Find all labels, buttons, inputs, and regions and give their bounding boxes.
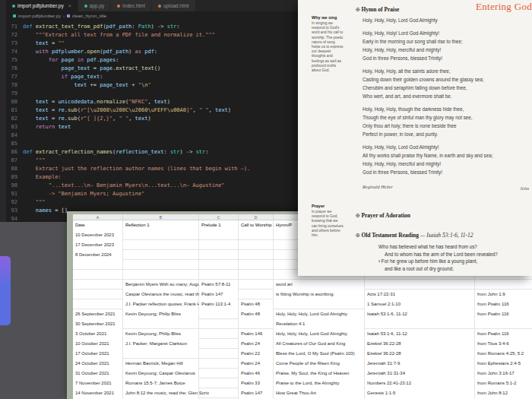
sheet-cell[interactable]: from John 3:16-17 (475, 369, 532, 378)
sheet-cell[interactable]: from Psalm 116 (475, 309, 532, 319)
sheet-cell[interactable]: Genesis 1:1-5 (365, 388, 475, 398)
sheet-cell[interactable] (123, 240, 199, 250)
sheet-cell[interactable]: Jeremiah 31:31-34 (365, 369, 475, 378)
sheet-cell[interactable]: Praise to the Lord, the Almighty (274, 378, 365, 388)
editor-tab[interactable]: app.py (78, 0, 112, 11)
sheet-cell[interactable] (475, 280, 532, 290)
header-cell[interactable]: Date (73, 220, 123, 230)
sheet-cell[interactable] (73, 290, 123, 299)
sheet-cell[interactable]: Kevin Deyoung; Caspar Olevianus (123, 369, 199, 378)
sheet-cell[interactable] (239, 290, 274, 299)
code-line[interactable]: 81 text = re.sub(r"[\u2008\u200C\u2060\u… (6, 106, 298, 115)
breadcrumb-file[interactable]: import pdfplumber.py (18, 14, 61, 18)
sheet-cell[interactable]: All Creatures of Our God and King (274, 339, 365, 349)
sheet-cell[interactable] (274, 299, 365, 309)
sheet-cell[interactable]: from Ephesians 2:4-5 (475, 359, 532, 369)
sheet-cell[interactable] (365, 319, 475, 329)
sheet-cell[interactable]: 8 December 2024 (73, 250, 123, 260)
sheet-cell[interactable] (123, 270, 199, 280)
sheet-cell[interactable]: Ezekiel 36:22-28 (365, 349, 475, 359)
sheet-cell[interactable]: Herman Bavinck; Megan Hill (123, 359, 199, 369)
sheet-cell[interactable]: Ezekiel 36:22-28 (365, 339, 475, 349)
column-letter[interactable]: D (239, 214, 274, 220)
sheet-cell[interactable]: Isaiah 53:1-6, 11-12 (365, 309, 475, 319)
sheet-cell[interactable]: word art (274, 280, 365, 290)
sheet-cell[interactable]: Numbers 22:41-23:12 (365, 378, 475, 388)
sheet-cell[interactable]: from John 1:9 (475, 290, 532, 299)
sheet-cell[interactable] (73, 299, 123, 309)
sheet-cell[interactable]: 7 November 2021 (73, 378, 123, 388)
sheet-cell[interactable]: Psalm 33 (239, 378, 274, 388)
sheet-cell[interactable]: Isaiah 53:1-6, 11-12 (365, 329, 475, 339)
close-icon[interactable]: × (68, 3, 71, 8)
code-line[interactable]: 78 text += page_text + "\n" (6, 81, 298, 90)
sheet-cell[interactable]: Holy, Holy, Holy, Lord God Almighty (274, 309, 365, 319)
sheet-cell[interactable]: Holy, Holy, Holy, Lord God Almighty (274, 329, 365, 339)
code-line[interactable]: 88 Extract just the reflection author na… (6, 165, 298, 173)
sheet-cell[interactable] (199, 388, 239, 398)
sheet-cell[interactable]: Psalm 48 (239, 299, 274, 309)
code-line[interactable]: 86def extract_reflection_names(reflectio… (6, 148, 298, 157)
sheet-cell[interactable]: from Titus 3:4-6 (475, 339, 532, 349)
sheet-cell[interactable]: John 8:12 the music, read the; Glen Scri… (123, 388, 199, 398)
code-line[interactable]: 71def extract_text_from_pdf(pdf_path: Pa… (6, 23, 298, 31)
sheet-cell[interactable] (239, 280, 274, 290)
sheet-cell[interactable]: 17 October 2021 (73, 349, 123, 359)
sheet-cell[interactable]: from Psalm 116 (475, 329, 532, 339)
sheet-cell[interactable]: Acts 17:22-31 (365, 290, 475, 299)
sheet-cell[interactable] (73, 260, 123, 270)
sheet-cell[interactable] (239, 260, 274, 270)
sheet-cell[interactable] (73, 280, 123, 290)
sheet-cell[interactable]: from John 8:12 (475, 388, 532, 398)
sheet-cell[interactable] (73, 270, 123, 280)
sheet-cell[interactable]: Psalm 146 (239, 329, 274, 339)
sheet-cell[interactable] (123, 349, 199, 359)
sheet-cell[interactable]: Psalm 46 (239, 369, 274, 378)
code-line[interactable]: 83 return text (6, 123, 298, 131)
code-line[interactable]: 74 with pdfplumber.open(pdf_path) as pdf… (6, 48, 298, 56)
sheet-cell[interactable] (475, 319, 532, 329)
code-line[interactable]: 72 """Extract all text from a PDF file a… (6, 31, 298, 40)
sheet-cell[interactable] (199, 339, 239, 349)
sheet-cell[interactable] (199, 349, 239, 359)
sheet-cell[interactable] (199, 378, 239, 388)
sheet-cell[interactable]: Praise, My Soul, the King of Heaven (274, 369, 365, 378)
sheet-cell[interactable]: Psalm 57:8-11 (199, 280, 239, 290)
sheet-cell[interactable]: Kevin Deyoung; Philip Bliss (123, 329, 199, 339)
sheet-cell[interactable] (239, 250, 274, 260)
code-line[interactable]: 76 page_text = page.extract_text() (6, 65, 298, 73)
code-line[interactable]: 89 Example: (6, 173, 298, 182)
sheet-cell[interactable] (239, 240, 274, 250)
sheet-cell[interactable] (199, 240, 239, 250)
column-letter[interactable]: A (73, 214, 123, 220)
sheet-cell[interactable]: 17 December 2023 (73, 240, 123, 250)
editor-tab[interactable]: upload.html (152, 0, 196, 11)
sheet-cell[interactable] (239, 319, 274, 329)
sheet-cell[interactable] (239, 270, 274, 280)
sheet-cell[interactable]: Revelation 4:1 (274, 319, 365, 329)
sheet-cell[interactable] (123, 319, 199, 329)
sheet-cell[interactable]: 31 October 2021 (73, 369, 123, 378)
code-line[interactable]: 79 (6, 90, 298, 98)
sheet-cell[interactable]: 26 September 2021 (73, 309, 123, 319)
code-line[interactable]: 80 text = unicodedata.normalize("NFKC", … (6, 98, 298, 106)
header-cell[interactable]: Reflection 1 (123, 220, 199, 230)
sheet-cell[interactable] (199, 250, 239, 260)
sheet-cell[interactable] (123, 250, 199, 260)
code-line[interactable]: 85 (6, 140, 298, 148)
column-letter[interactable]: C (199, 214, 239, 220)
sheet-cell[interactable] (239, 230, 274, 240)
sheet-cell[interactable]: Psalm 48 (239, 309, 274, 319)
sheet-cell[interactable] (123, 260, 199, 270)
sheet-cell[interactable] (199, 270, 239, 280)
sheet-cell[interactable]: Bless the Lord, O My Soul (Psalm 103) (274, 349, 365, 359)
sheet-cell[interactable]: J.I. Packer; Margaret Clarkson (123, 339, 199, 349)
editor-tab[interactable]: import pdfplumber.py× (6, 0, 78, 11)
code-line[interactable]: 82 text = re.sub(r"[ ]{2,}", " ", text) (6, 115, 298, 123)
code-line[interactable]: 75 for page in pdf.pages: (6, 56, 298, 65)
sheet-cell[interactable]: 24 October 2021 (73, 359, 123, 369)
header-cell[interactable]: Call to Worship 1 (239, 220, 274, 230)
column-letter[interactable]: B (123, 214, 199, 220)
sheet-cell[interactable]: Psalm 24 (239, 359, 274, 369)
sheet-cell[interactable]: 3 October 2021 (73, 329, 123, 339)
